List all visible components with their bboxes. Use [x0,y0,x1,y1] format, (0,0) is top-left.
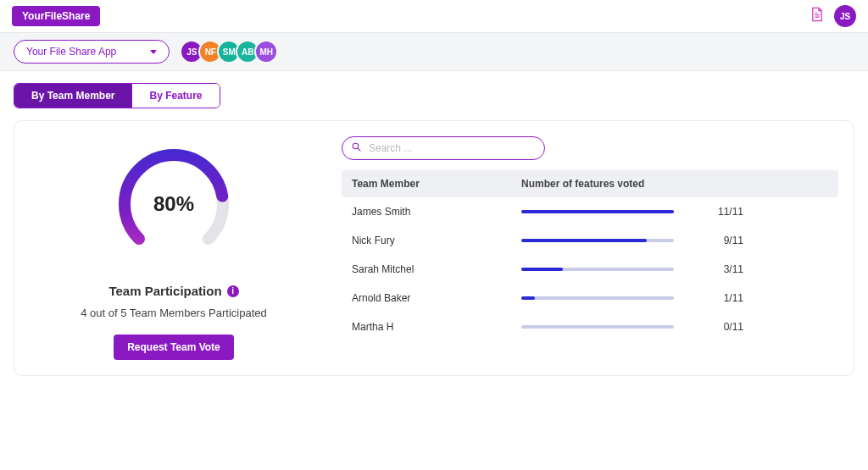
participation-gauge: 80% [106,136,242,272]
table-row: Sarah Mitchel3/11 [342,255,838,284]
vote-bar [521,325,709,329]
info-icon[interactable]: i [227,285,239,297]
participation-title-row: Team Participation i [108,284,238,298]
vote-count: 0/11 [709,321,828,333]
vote-bar [521,296,709,300]
table-row: Nick Fury9/11 [342,226,838,255]
search-box[interactable] [342,136,545,160]
tab-by-feature[interactable]: By Feature [131,84,219,108]
participation-subtitle: 4 out of 5 Team Members Participated [81,307,266,319]
topbar-right: JS [810,5,856,27]
main-panel: 80% Team Participation i 4 out of 5 Team… [14,120,854,376]
tab-by-team-member[interactable]: By Team Member [14,84,131,108]
table-row: Martha H0/11 [342,312,838,341]
svg-point-2 [353,143,359,149]
participation-card: 80% Team Participation i 4 out of 5 Team… [30,136,318,360]
vote-bar [521,210,709,213]
table-header: Team Member Number of features voted [342,170,838,197]
file-icon[interactable] [810,7,824,25]
subbar: Your File Share App JSNFSMABMH [0,33,868,71]
members-table-area: Team Member Number of features voted Jam… [342,136,838,360]
participation-title: Team Participation [108,284,221,298]
member-name: Martha H [352,321,521,333]
vote-bar [521,239,709,242]
table-row: Arnold Baker1/11 [342,284,838,312]
app-selector[interactable]: Your File Share App [14,40,170,64]
col-header-votes: Number of features voted [521,178,709,190]
col-header-name: Team Member [352,178,521,190]
tabs: By Team Member By Feature [14,83,220,108]
project-avatars: JSNFSMABMH [180,40,278,64]
member-name: James Smith [352,206,521,218]
table-row: James Smith11/11 [342,197,838,226]
brand-button[interactable]: YourFileShare [12,6,100,26]
vote-bar [521,268,709,271]
gauge-percent: 80% [153,192,194,216]
member-name: Arnold Baker [352,292,521,304]
content: By Team Member By Feature 80% [0,71,868,388]
member-name: Sarah Mitchel [352,263,521,275]
vote-count: 9/11 [709,235,828,246]
svg-line-3 [358,148,360,151]
vote-count: 3/11 [709,263,828,275]
topbar: YourFileShare JS [0,0,868,33]
request-team-vote-button[interactable]: Request Team Vote [114,335,234,360]
vote-count: 11/11 [709,206,828,218]
chevron-down-icon [150,50,157,54]
project-avatar[interactable]: MH [254,40,278,64]
app-selector-label: Your File Share App [26,46,116,58]
vote-count: 1/11 [709,292,828,304]
member-name: Nick Fury [352,235,521,246]
table-body: James Smith11/11Nick Fury9/11Sarah Mitch… [342,197,838,341]
search-input[interactable] [369,142,536,154]
search-icon [351,141,362,156]
user-avatar[interactable]: JS [834,5,856,27]
